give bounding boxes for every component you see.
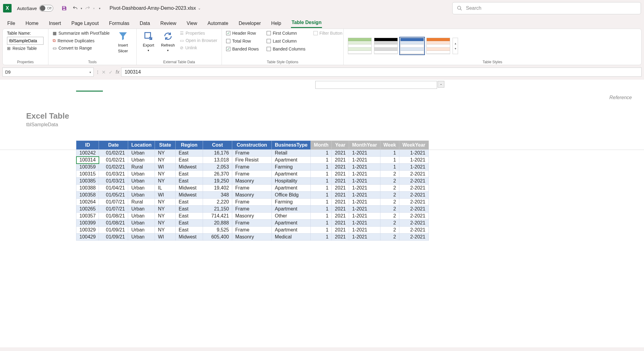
cell-cost[interactable]: 2,053 xyxy=(203,164,232,171)
summarize-pivot-button[interactable]: ▦ Summarize with PivotTable xyxy=(53,31,110,36)
cell-date[interactable]: 01/08/21 xyxy=(99,213,128,220)
tab-view[interactable]: View xyxy=(186,19,198,28)
cell-date[interactable]: 01/07/21 xyxy=(99,206,128,213)
cell-loc[interactable]: Urban xyxy=(128,220,155,227)
cell-loc[interactable]: Urban xyxy=(128,234,155,241)
cell-region[interactable]: East xyxy=(176,178,203,185)
fx-icon[interactable]: fx xyxy=(116,69,119,75)
tab-help[interactable]: Help xyxy=(271,19,282,28)
th-id[interactable]: ID xyxy=(76,141,99,150)
cell-region[interactable]: East xyxy=(176,150,203,157)
cell-loc[interactable]: Urban xyxy=(128,213,155,220)
filename[interactable]: Pivot-Dashboard-Array-Demo-2023.xlsx ⌄ xyxy=(110,5,201,11)
cell-month[interactable]: 1 xyxy=(311,164,332,171)
cell-btype[interactable]: Apartment xyxy=(272,185,311,192)
cell-btype[interactable]: Apartment xyxy=(272,227,311,234)
cell-date[interactable]: 01/03/21 xyxy=(99,171,128,178)
table-style-2[interactable] xyxy=(374,38,398,54)
data-table[interactable]: ID Date Location State Region Cost Const… xyxy=(76,141,429,241)
cell-month[interactable]: 1 xyxy=(311,199,332,206)
cell-my[interactable]: 1-2021 xyxy=(349,213,380,220)
total-row-checkbox[interactable]: Total Row xyxy=(226,39,259,43)
cell-btype[interactable]: Farming xyxy=(272,164,311,171)
cell-cost[interactable]: 714,421 xyxy=(203,213,232,220)
cell-region[interactable]: Midwest xyxy=(176,164,203,171)
tab-insert[interactable]: Insert xyxy=(48,19,61,28)
th-state[interactable]: State xyxy=(155,141,176,150)
cell-year[interactable]: 2021 xyxy=(332,185,349,192)
th-region[interactable]: Region xyxy=(176,141,203,150)
redo-dropdown-icon[interactable]: ▾ xyxy=(93,7,95,10)
cell-my[interactable]: 1-2021 xyxy=(349,220,380,227)
cell-date[interactable]: 01/07/21 xyxy=(99,199,128,206)
cell-loc[interactable]: Urban xyxy=(128,192,155,199)
cell-wy[interactable]: 2-2021 xyxy=(399,220,429,227)
cell-btype[interactable]: Medical xyxy=(272,234,311,241)
cell-my[interactable]: 1-2021 xyxy=(349,178,380,185)
cell-region[interactable]: Midwest xyxy=(176,185,203,192)
table-row[interactable]: 10026501/07/21UrbanNYEast21,150FrameApar… xyxy=(76,206,429,213)
cell-cost[interactable]: 605,400 xyxy=(203,234,232,241)
cell-state[interactable]: WI xyxy=(155,164,176,171)
cell-cost[interactable]: 20,888 xyxy=(203,220,232,227)
cell-state[interactable]: NY xyxy=(155,178,176,185)
th-location[interactable]: Location xyxy=(128,141,155,150)
floating-close-icon[interactable]: - xyxy=(438,81,444,88)
cell-cons[interactable]: Masonry xyxy=(232,213,272,220)
cell-month[interactable]: 1 xyxy=(311,185,332,192)
filename-dropdown-icon[interactable]: ⌄ xyxy=(198,6,201,10)
cell-year[interactable]: 2021 xyxy=(332,234,349,241)
cell-cost[interactable]: 2,220 xyxy=(203,199,232,206)
first-column-checkbox[interactable]: First Column xyxy=(267,31,305,36)
cell-cons[interactable]: Masonry xyxy=(232,234,272,241)
cell-id[interactable]: 100385 xyxy=(76,178,99,185)
cell-month[interactable]: 1 xyxy=(311,234,332,241)
worksheet[interactable]: - Reference Excel Table tblSampleData ID… xyxy=(0,80,644,347)
cell-cost[interactable]: 9,525 xyxy=(203,227,232,234)
tab-developer[interactable]: Developer xyxy=(238,19,261,28)
cell-my[interactable]: 1-2021 xyxy=(349,234,380,241)
cell-year[interactable]: 2021 xyxy=(332,227,349,234)
cell-my[interactable]: 1-2021 xyxy=(349,199,380,206)
cell-loc[interactable]: Rural xyxy=(128,164,155,171)
table-row[interactable]: 10042901/09/21UrbanWIMidwest605,400Mason… xyxy=(76,234,429,241)
cell-btype[interactable]: Apartment xyxy=(272,220,311,227)
table-style-3-selected[interactable] xyxy=(400,38,424,54)
cell-cost[interactable]: 21,150 xyxy=(203,206,232,213)
cell-date[interactable]: 01/02/21 xyxy=(99,150,128,157)
cell-date[interactable]: 01/09/21 xyxy=(99,227,128,234)
cell-my[interactable]: 1-2021 xyxy=(349,192,380,199)
cell-state[interactable]: NY xyxy=(155,171,176,178)
cell-year[interactable]: 2021 xyxy=(332,213,349,220)
table-row[interactable]: 10038501/03/21UrbanNYEast19,250MasonryHo… xyxy=(76,178,429,185)
cell-month[interactable]: 1 xyxy=(311,171,332,178)
cancel-formula-icon[interactable]: ✕ xyxy=(102,69,106,75)
cell-cons[interactable]: Frame xyxy=(232,150,272,157)
refresh-button[interactable]: Refresh ▾ xyxy=(160,31,176,52)
cell-id[interactable]: 100264 xyxy=(76,199,99,206)
tab-table-design[interactable]: Table Design xyxy=(291,18,322,28)
cell-month[interactable]: 1 xyxy=(311,192,332,199)
cell-month[interactable]: 1 xyxy=(311,150,332,157)
floating-reference-box[interactable] xyxy=(315,81,437,89)
cell-week[interactable]: 2 xyxy=(380,227,399,234)
cell-week[interactable]: 2 xyxy=(380,199,399,206)
cell-id[interactable]: 100358 xyxy=(76,192,99,199)
cell-my[interactable]: 1-2021 xyxy=(349,157,380,164)
cell-date[interactable]: 01/09/21 xyxy=(99,234,128,241)
cell-wy[interactable]: 2-2021 xyxy=(399,213,429,220)
cell-id[interactable]: 100388 xyxy=(76,185,99,192)
tab-formulas[interactable]: Formulas xyxy=(108,19,130,28)
accept-formula-icon[interactable]: ✓ xyxy=(109,69,113,75)
tab-file[interactable]: File xyxy=(7,19,16,28)
cell-loc[interactable]: Urban xyxy=(128,157,155,164)
table-row[interactable]: 10026401/07/21RuralNYEast2,220FrameFarmi… xyxy=(76,199,429,206)
cell-week[interactable]: 1 xyxy=(380,157,399,164)
tab-data[interactable]: Data xyxy=(139,19,151,28)
cell-month[interactable]: 1 xyxy=(311,220,332,227)
undo-dropdown-icon[interactable]: ▾ xyxy=(81,7,82,10)
cell-year[interactable]: 2021 xyxy=(332,157,349,164)
table-styles-more-icon[interactable]: ▴▾ xyxy=(453,38,458,54)
tab-page-layout[interactable]: Page Layout xyxy=(71,19,99,28)
cell-month[interactable]: 1 xyxy=(311,227,332,234)
